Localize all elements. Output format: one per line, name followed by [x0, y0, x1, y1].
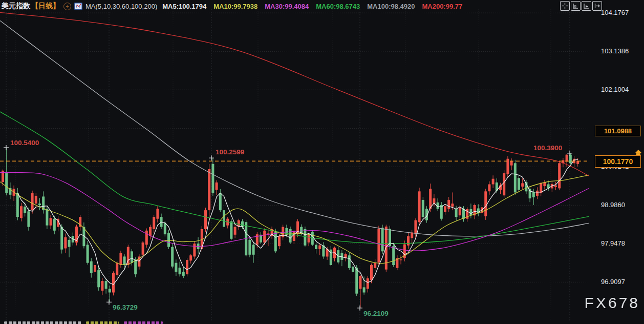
period-label[interactable]: 【日线】 — [31, 2, 60, 11]
candle-body — [459, 208, 461, 215]
candle-body — [488, 185, 490, 192]
candle-body — [429, 189, 432, 209]
candle-body — [211, 164, 214, 193]
candle-body — [462, 209, 465, 219]
candle-body — [510, 161, 513, 166]
candle-body — [131, 251, 133, 262]
last-price-box: 100.1770 — [595, 155, 641, 168]
export-icon[interactable] — [592, 1, 602, 11]
candle-body — [352, 267, 354, 272]
candle-body — [318, 246, 321, 249]
chart-panel-icon[interactable] — [571, 1, 581, 11]
candle-body — [123, 256, 126, 265]
ma-params-label: MA(5,10,30,60,100,200) — [85, 3, 157, 10]
candle-body — [422, 200, 424, 217]
candle-body — [418, 191, 421, 222]
candle-body — [444, 206, 446, 212]
candle-body — [289, 229, 292, 242]
chart-toolbar — [560, 1, 602, 11]
candle-body — [252, 245, 255, 255]
extreme-price-label: 100.5400 — [10, 139, 39, 147]
clipped-legend-text — [86, 321, 119, 324]
ma-values: MA5:100.1794MA10:99.7938MA30:99.4084MA60… — [162, 3, 469, 10]
candle-body — [53, 219, 56, 231]
candle-body — [514, 163, 517, 192]
candle-body — [248, 240, 251, 255]
chart-legend: 美元指数 【日线】 + MA(5,10,30,60,100,200) MA5:1… — [2, 2, 469, 11]
candle-body — [536, 191, 539, 196]
candle-body — [35, 196, 37, 204]
candles — [2, 148, 579, 308]
extreme-price-label: 96.3729 — [113, 303, 138, 311]
candle-body — [308, 235, 310, 242]
candle-body — [374, 262, 376, 268]
extreme-price-label: 96.2109 — [363, 310, 389, 317]
clipped-indicator-legend — [0, 321, 644, 324]
ma-value-label: MA100:98.4920 — [367, 3, 415, 10]
candle-body — [447, 200, 450, 209]
candle-body — [68, 240, 71, 247]
candle-body — [263, 231, 266, 242]
candle-body — [38, 204, 41, 205]
candle-body — [116, 263, 118, 275]
candle-body — [400, 259, 402, 260]
candle-body — [189, 255, 192, 260]
up-arrow-base — [636, 153, 640, 155]
candle-body — [97, 270, 100, 287]
candle-body — [492, 179, 495, 185]
candle-body — [414, 220, 417, 235]
extreme-price-label: 100.2599 — [216, 148, 244, 156]
candle-body — [455, 209, 458, 217]
candle-body — [503, 173, 505, 195]
candle-body — [50, 218, 52, 226]
candle-body — [175, 263, 177, 272]
candle-body — [484, 191, 487, 216]
candle-body — [5, 173, 8, 193]
ma-value-label: MA5:100.1794 — [162, 3, 206, 10]
candle-body — [554, 186, 557, 187]
ma-value-label: MA30:99.4084 — [265, 3, 309, 10]
candle-body — [348, 255, 351, 268]
candle-body — [381, 228, 384, 251]
candle-body — [219, 193, 222, 210]
up-arrow-icon — [635, 150, 641, 153]
jump-to-latest-button[interactable] — [635, 150, 642, 155]
candle-body — [363, 287, 366, 292]
candle-body — [234, 227, 237, 235]
candle-body — [377, 229, 380, 262]
candle-body — [186, 260, 188, 274]
candle-body — [145, 231, 148, 245]
ma-value-label: MA60:98.6743 — [316, 3, 360, 10]
candle-body — [469, 209, 472, 215]
candle-body — [20, 206, 23, 218]
candle-body — [101, 281, 103, 291]
candle-body — [153, 217, 155, 229]
candle-body — [558, 163, 561, 188]
candle-body — [94, 265, 96, 272]
candle-body — [134, 260, 137, 274]
kline-style-icon[interactable] — [74, 3, 82, 10]
chart-play-icon[interactable] — [582, 1, 591, 11]
candle-body — [216, 183, 218, 190]
axis-price-label: 102.1004 — [601, 86, 642, 94]
candle-body — [543, 183, 546, 186]
candle-body — [204, 210, 207, 229]
candle-body — [24, 207, 26, 213]
candle-body — [208, 169, 210, 210]
crosshair-icon[interactable] — [560, 1, 570, 11]
fx678-watermark: FX678 — [585, 294, 640, 312]
add-indicator-icon[interactable]: + — [63, 3, 71, 10]
candle-body — [355, 268, 358, 294]
candle-body — [90, 261, 93, 273]
candlestick-chart[interactable]: 100.5400100.2599100.390096.372996.2109 — [0, 0, 644, 324]
candle-body — [142, 242, 144, 255]
candle-body — [451, 204, 454, 207]
candle-body — [521, 183, 524, 187]
candle-body — [566, 155, 568, 162]
candle-body — [119, 253, 122, 265]
candle-body — [164, 223, 166, 234]
ma-value-label: MA10:99.7938 — [213, 3, 257, 10]
candle-body — [87, 245, 89, 262]
ma200-line — [0, 12, 589, 176]
candle-body — [109, 289, 111, 292]
